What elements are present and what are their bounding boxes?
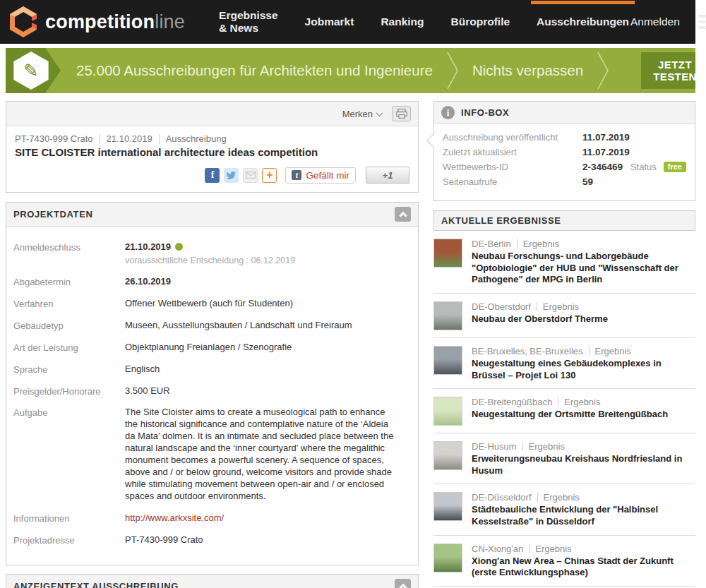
infobox-value: 2-346469 <box>582 162 623 172</box>
collapse-projektdaten-button[interactable] <box>395 207 411 222</box>
result-title: Neugestaltung der Ortsmitte Breitengüßba… <box>472 409 668 421</box>
result-list-item[interactable]: CN-Xiong'anErgebnisXiong'an New Area – C… <box>433 536 695 587</box>
result-text: CN-Xiong'anErgebnisXiong'an New Area – C… <box>472 544 694 579</box>
result-list-item[interactable]: BE-Bruxelles, BE-BruxellesErgebnisNeuges… <box>433 338 695 389</box>
google-plusone-button[interactable]: +1 <box>366 167 409 184</box>
deadline-status-dot-icon <box>175 243 183 251</box>
jetzt-testen-button[interactable]: JETZT TESTEN <box>641 52 695 89</box>
field-value: The Site Cloister aims to create a museo… <box>125 407 393 500</box>
result-title: Erweiterungsneubau Kreishaus Nordfriesla… <box>472 453 694 476</box>
result-text: BE-Bruxelles, BE-BruxellesErgebnisNeuges… <box>472 346 694 381</box>
info-box: i INFO-BOX Ausschreibung veröffentlicht1… <box>433 101 695 201</box>
result-tag: Ergebnis <box>529 441 565 452</box>
merken-label: Merken <box>342 109 373 119</box>
result-thumbnail <box>433 239 462 268</box>
status-label: Status <box>630 162 657 172</box>
banner-icon-wrap: ✎ <box>6 48 66 93</box>
result-list-item[interactable]: DE-BerlinErgebnisNeubau Forschungs- und … <box>433 231 695 294</box>
page: competitionline Ergebnisse & News Jobmar… <box>0 0 706 588</box>
nav-item-ausschreibungen[interactable]: Ausschreibungen <box>535 1 630 43</box>
cta-label: JETZT TESTEN <box>652 59 695 83</box>
infobox-header: i INFO-BOX <box>434 102 695 124</box>
info-link[interactable]: http://www.arkxsite.com/ <box>125 512 224 523</box>
chevron-separator-icon <box>597 52 609 89</box>
projektdaten-row: Anmeldeschluss21.10.2019voraussichtliche… <box>13 236 409 271</box>
infobox-row: Zuletzt aktualisiert11.07.2019 <box>443 145 686 160</box>
projektdaten-body: Anmeldeschluss21.10.2019voraussichtliche… <box>6 227 418 565</box>
field-label: Verfahren <box>13 298 125 310</box>
result-location: CN-Xiong'an <box>472 544 523 554</box>
field-value-wrap: Museen, Ausstellungsbauten / Landschaft … <box>125 320 409 332</box>
result-list-item[interactable]: DE-OberstdorfErgebnisNeubau der Oberstdo… <box>433 294 695 338</box>
projektdaten-card: PROJEKTDATEN Anmeldeschluss21.10.2019vor… <box>6 202 419 565</box>
result-list-item[interactable]: DE-BreitengüßbachErgebnisNeugestaltung d… <box>433 389 695 433</box>
result-thumbnail <box>433 397 462 426</box>
facebook-like-button[interactable]: f Gefällt mir <box>285 167 356 184</box>
top-navigation-bar: competitionline Ergebnisse & News Jobmar… <box>0 0 695 44</box>
nav-item-jobmarkt[interactable]: Jobmarkt <box>304 1 356 43</box>
breadcrumb-separator <box>100 134 100 144</box>
right-column: i INFO-BOX Ausschreibung veröffentlicht1… <box>433 101 695 588</box>
collapse-anzeigentext-button[interactable] <box>395 579 411 588</box>
field-value: 21.10.2019 <box>125 241 171 252</box>
result-meta: DE-BerlinErgebnis <box>472 239 694 249</box>
nav-item-ranking[interactable]: Ranking <box>379 1 425 43</box>
result-thumbnail <box>433 346 462 375</box>
meta-separator <box>589 347 590 356</box>
projektdaten-row: Preisgelder/Honorare3.500 EUR <box>13 380 409 402</box>
info-icon: i <box>441 106 455 119</box>
more-share-icon[interactable]: + <box>262 168 277 183</box>
result-title: Städtebauliche Entwicklung der "Halbinse… <box>472 504 694 527</box>
nav-item-ergebnisse-news[interactable]: Ergebnisse & News <box>217 0 280 49</box>
merken-dropdown[interactable]: Merken <box>342 109 382 119</box>
field-value-wrap: PT-7430-999 Crato <box>125 534 409 546</box>
projektdaten-row: VerfahrenOffener Wettbewerb (auch für St… <box>13 293 409 315</box>
projektdaten-title: PROJEKTDATEN <box>13 209 92 220</box>
chevron-up-icon <box>399 584 407 588</box>
field-label: Sprache <box>13 364 125 376</box>
result-list-item[interactable]: DE-HusumErgebnisErweiterungsneubau Kreis… <box>433 433 695 484</box>
projektdaten-row: ProjektadressePT-7430-999 Crato <box>13 529 409 551</box>
projektdaten-row: AufgabeThe Site Cloister aims to create … <box>13 402 409 507</box>
result-title: Xiong'an New Area – Chinas Stadt der Zuk… <box>472 556 694 579</box>
field-value: Offener Wettbewerb (auch für Studenten) <box>125 298 293 308</box>
email-share-icon[interactable] <box>243 168 258 183</box>
breadcrumb-type: Ausschreibung <box>166 133 227 144</box>
projektdaten-row: GebäudetypMuseen, Ausstellungsbauten / L… <box>13 315 409 337</box>
result-tag: Ergebnis <box>595 346 631 356</box>
field-value-wrap: http://www.arkxsite.com/ <box>125 512 409 524</box>
field-subtext: voraussichtliche Entscheidung : 06.12.20… <box>125 255 394 266</box>
results-header: AKTUELLE ERGEBNISSE <box>433 210 695 231</box>
promo-banner[interactable]: ✎ 25.000 Ausschreibungen für Architekten… <box>6 48 695 93</box>
anzeigentext-card: ANZEIGENTEXT AUSSCHREIBUNG Liegt nicht v… <box>6 574 419 588</box>
hamburger-menu-icon[interactable] <box>698 12 706 32</box>
field-value-wrap: 3.500 EUR <box>125 385 409 397</box>
result-location: DE-Oberstdorf <box>472 301 531 312</box>
result-location: DE-Düsseldorf <box>472 492 532 503</box>
twitter-share-icon[interactable] <box>224 168 239 183</box>
field-label: Art der Leistung <box>13 342 125 354</box>
facebook-share-icon[interactable]: f <box>205 168 220 183</box>
meta-separator <box>517 239 517 248</box>
result-list-item[interactable]: DE-DüsseldorfErgebnisStädtebauliche Entw… <box>433 484 695 535</box>
infobox-row: Seitenaufrufe59 <box>443 174 686 189</box>
projektdaten-row: SpracheEnglisch <box>13 359 409 380</box>
field-label: Projektadresse <box>13 534 125 546</box>
status-group: Statusfree <box>630 162 686 172</box>
result-text: DE-DüsseldorfErgebnisStädtebauliche Entw… <box>472 492 694 527</box>
banner-text-1: 25.000 Ausschreibungen für Architekten u… <box>76 62 433 79</box>
nav-item-bueroprofile[interactable]: Büroprofile <box>450 1 512 43</box>
field-value: Museen, Ausstellungsbauten / Landschaft … <box>125 320 352 330</box>
brand-wordmark: competitionline <box>45 11 185 33</box>
banner-text-2: Nichts verpassen <box>472 62 583 79</box>
projektdaten-row: Abgabetermin26.10.2019 <box>13 271 409 293</box>
status-badge: free <box>664 162 686 172</box>
result-meta: CN-Xiong'anErgebnis <box>472 544 694 554</box>
breadcrumb-date: 21.10.2019 <box>107 133 152 144</box>
field-value: 26.10.2019 <box>125 276 171 287</box>
brand-logo[interactable]: competitionline <box>8 6 185 38</box>
infobox-value: 59 <box>582 176 593 187</box>
print-button[interactable] <box>392 106 411 121</box>
login-link[interactable]: Anmelden <box>630 16 680 28</box>
result-thumbnail <box>433 492 462 521</box>
